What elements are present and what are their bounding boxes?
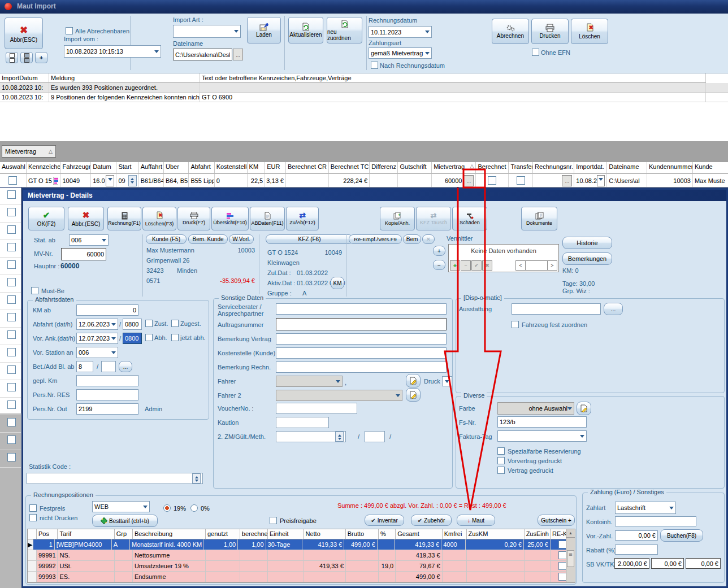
fahrzeug-fest-checkbox[interactable]	[512, 321, 519, 328]
importdat-dropdown[interactable]	[597, 175, 605, 186]
abfahrt-date-select[interactable]: 12.06.2023	[76, 319, 118, 330]
column-header[interactable]: Differenz	[370, 162, 398, 174]
row-select[interactable]	[0, 328, 21, 345]
schaeden-button[interactable]: Schäden	[452, 207, 487, 230]
row-select[interactable]	[0, 345, 21, 363]
table-row[interactable]: 10.08.2023 10: Es wurden 393 Positionen …	[0, 83, 728, 93]
column-header[interactable]: KM	[248, 162, 266, 174]
mietvertrag-lookup-button[interactable]: ...	[463, 175, 474, 186]
km-ab-input[interactable]: 0	[76, 304, 138, 316]
row-select[interactable]	[0, 188, 21, 205]
abort-button[interactable]: ✖ Abbr(ESC)	[5, 18, 43, 49]
vertrag-gedruckt-checkbox[interactable]	[497, 467, 505, 474]
row-select[interactable]	[0, 450, 21, 468]
row-select[interactable]	[0, 205, 21, 223]
mv-nr-input[interactable]: 60000	[61, 248, 106, 260]
column-header[interactable]: Berechnet TC	[329, 162, 370, 174]
column-header-mietvertrag[interactable]: Mietvertrag△	[432, 162, 476, 174]
re-k-checkbox[interactable]	[558, 562, 566, 570]
nav-add-button[interactable]: +	[450, 260, 460, 271]
fahrer2-select[interactable]	[276, 390, 402, 401]
contract-row[interactable]: GT O 15 10049 16.0 09 B61/B64 B64, B55 B…	[0, 174, 728, 188]
kunde-button[interactable]: Kunde (F5)	[146, 234, 187, 244]
row-select[interactable]	[0, 310, 21, 328]
abort-button[interactable]: ✖Abbr.(ESC)	[68, 207, 104, 230]
abfahrt-time-input[interactable]: 0800	[123, 319, 142, 330]
column-header[interactable]: Kundennummer	[647, 162, 693, 174]
farbe-select[interactable]: ohne Auswahl	[497, 402, 574, 415]
rechnungsdatum-select[interactable]: 10.11.2023	[369, 26, 432, 38]
nav-delete-button[interactable]: −	[461, 260, 471, 271]
ausstattung-input[interactable]	[512, 303, 601, 315]
ok-button[interactable]: ✔OK(F2)	[28, 207, 64, 230]
druck-button[interactable]: Druck(F7)	[177, 207, 210, 230]
rechnungsnr-lookup-button[interactable]: ...	[562, 175, 572, 186]
km-button[interactable]: KM	[331, 277, 344, 289]
column-header[interactable]: Kennzeichen	[27, 162, 61, 174]
column-header[interactable]: Fahrzeugnr	[60, 162, 91, 174]
re-k-checkbox[interactable]	[558, 573, 566, 581]
voucher-input[interactable]	[276, 403, 357, 414]
dialog-titlebar[interactable]: Mietvertrag - Details	[23, 190, 726, 201]
zu-ab-button[interactable]: ⇄ Zu/Ab(F12)	[286, 207, 319, 230]
kaution-input[interactable]	[276, 417, 329, 428]
pers-res-input[interactable]	[76, 389, 138, 400]
spezialfarbe-checkbox[interactable]	[497, 447, 505, 455]
group-chip-mietvertrag[interactable]: Mietvertrag △	[2, 145, 56, 158]
column-header[interactable]: Importdat.	[574, 162, 607, 174]
zahlart-select[interactable]: Lastschrift	[615, 502, 676, 514]
add-bl-input[interactable]	[101, 361, 116, 372]
pers-out-input[interactable]: 2199	[76, 403, 138, 415]
column-header[interactable]: Berechnet CR	[286, 162, 329, 174]
bet-add-browse-button[interactable]: ...	[119, 361, 132, 372]
nav-post-button[interactable]: ✔	[471, 260, 482, 271]
preisfreigabe-checkbox[interactable]	[270, 517, 277, 524]
column-header[interactable]: ImportDatum	[0, 73, 49, 83]
kostenstelle-input[interactable]	[276, 347, 447, 359]
statistik-spinner[interactable]	[192, 473, 201, 484]
kopie-anh-button[interactable]: + Kopie/Anh.	[380, 207, 415, 230]
re-k-checkbox[interactable]	[558, 551, 566, 559]
ausstattung-browse-button[interactable]: ...	[604, 303, 623, 315]
ohne-efn-checkbox[interactable]	[532, 49, 539, 56]
neu-zuordnen-button[interactable]: neu zuordnen	[327, 17, 362, 43]
auftragsnummer-input[interactable]	[276, 318, 447, 330]
rabatt-input[interactable]	[615, 545, 658, 555]
zust-checkbox[interactable]	[145, 320, 153, 327]
laden-button[interactable]: Laden	[247, 17, 281, 43]
transfer-checkbox[interactable]	[517, 176, 525, 185]
druck-select[interactable]	[442, 376, 452, 386]
column-header[interactable]: Meldung	[49, 73, 200, 83]
sb-3-input[interactable]: 0,00 €	[686, 558, 721, 569]
kontoinh-input[interactable]	[615, 516, 696, 526]
auswahl-checkbox[interactable]	[8, 176, 17, 185]
statistik-code-input[interactable]	[27, 473, 203, 484]
column-header[interactable]: Kostenstelle	[215, 162, 248, 174]
start-spinner[interactable]	[128, 175, 137, 186]
add-button[interactable]: +	[35, 52, 47, 63]
position-row[interactable]: 99992 USt. Umsatzsteuer 19 % 419,33 € 19…	[28, 561, 575, 572]
clear-button[interactable]: ✕	[422, 234, 435, 244]
aktualisieren-button[interactable]: Aktualisieren	[288, 17, 323, 43]
sb-vk-input[interactable]: 2.000,00 €	[614, 558, 649, 569]
mwst0-radio[interactable]	[190, 504, 198, 512]
vor-zahl-input[interactable]: 0,00 €	[615, 530, 658, 541]
re-k-checkbox[interactable]	[558, 541, 566, 548]
nach-rechnungsdatum-checkbox[interactable]	[371, 62, 378, 69]
dateiname-input[interactable]: C:\Users\alena\Desk	[173, 49, 232, 60]
row-select[interactable]	[0, 258, 21, 275]
positions-scrollbar[interactable]: ▲ ≡	[566, 529, 575, 582]
tarifgruppe-select[interactable]: WEB	[92, 501, 150, 512]
scroll-thumb[interactable]: ≡	[567, 550, 574, 567]
vermittler-remove-button[interactable]: −	[433, 260, 445, 270]
column-header[interactable]: Über	[164, 162, 189, 174]
column-header[interactable]: Datum	[91, 162, 116, 174]
row-select[interactable]	[0, 293, 21, 310]
import-vom-select[interactable]: 10.08.2023 10:15:13	[64, 45, 161, 58]
vermittler-add-button[interactable]: +	[433, 246, 445, 256]
festpreis-checkbox[interactable]	[29, 504, 37, 512]
nav-next-button[interactable]: >	[547, 260, 557, 271]
position-row-selected[interactable]: ▶ 1 [WEB]PMO4000 A Monatstarif inkl. 400…	[28, 539, 575, 550]
gepl-km-input[interactable]	[76, 375, 138, 386]
column-header[interactable]: Rechnungsnr.	[533, 162, 574, 174]
